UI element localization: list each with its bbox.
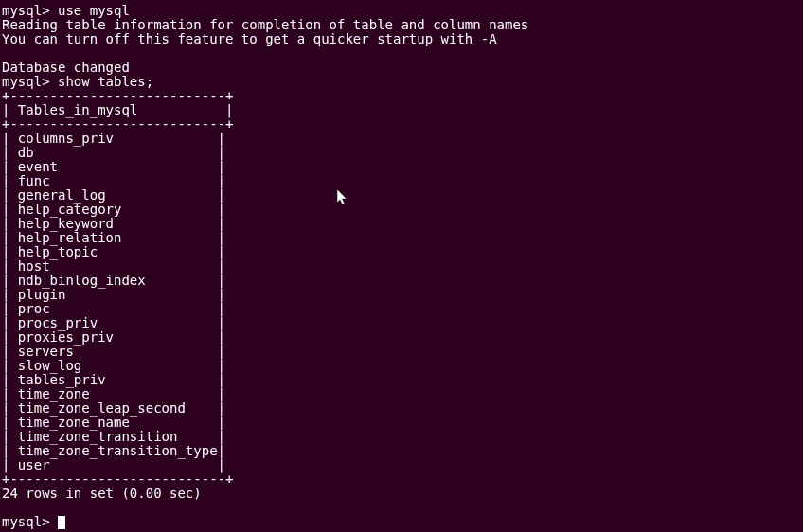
table-row: | help_relation | — [2, 231, 801, 245]
table-row: | help_keyword | — [2, 217, 801, 231]
table-row: | servers | — [2, 345, 801, 359]
table-row: | help_category | — [2, 203, 801, 217]
table-row: | host | — [2, 259, 801, 274]
blank-line — [2, 46, 801, 61]
table-border-mid: +---------------------------+ — [2, 117, 801, 132]
table-row: | event | — [2, 160, 801, 174]
table-row: | help_topic | — [2, 245, 801, 259]
terminal-output[interactable]: mysql> use mysql Reading table informati… — [2, 4, 801, 529]
table-row: | time_zone | — [2, 387, 801, 401]
table-row: | time_zone_transition | — [2, 430, 801, 444]
table-row: | proc | — [2, 302, 801, 316]
table-row: | time_zone_transition_type| — [2, 444, 801, 458]
blank-line — [2, 501, 801, 515]
table-row: | time_zone_leap_second | — [2, 401, 801, 416]
prompt-line-final[interactable]: mysql> — [2, 515, 801, 529]
table-border-bottom: +---------------------------+ — [2, 472, 801, 487]
table-row: | tables_priv | — [2, 373, 801, 387]
table-row: | db | — [2, 146, 801, 160]
table-row: | columns_priv | — [2, 132, 801, 146]
prompt-line-use: mysql> use mysql — [2, 4, 801, 18]
table-row: | procs_priv | — [2, 316, 801, 330]
table-row: | func | — [2, 174, 801, 188]
command-show-tables: show tables; — [58, 74, 153, 89]
table-header-row: | Tables_in_mysql | — [2, 103, 801, 117]
mysql-prompt: mysql> — [2, 3, 58, 18]
table-row: | general_log | — [2, 188, 801, 203]
cursor-block-icon — [58, 516, 65, 529]
table-header-label: Tables_in_mysql — [18, 102, 137, 117]
table-border-top: +---------------------------+ — [2, 89, 801, 103]
table-row: | proxies_priv | — [2, 330, 801, 345]
info-turnoff: You can turn off this feature to get a q… — [2, 32, 801, 46]
table-row: | user | — [2, 458, 801, 472]
database-changed: Database changed — [2, 61, 801, 75]
mysql-prompt: mysql> — [2, 74, 58, 89]
table-body: | columns_priv || db || event || func ||… — [2, 132, 801, 472]
result-summary: 24 rows in set (0.00 sec) — [2, 487, 801, 501]
table-row: | plugin | — [2, 288, 801, 302]
prompt-line-show: mysql> show tables; — [2, 75, 801, 89]
table-row: | time_zone_name | — [2, 416, 801, 430]
command-use-mysql: use mysql — [58, 3, 130, 18]
info-reading: Reading table information for completion… — [2, 18, 801, 32]
mysql-prompt: mysql> — [2, 514, 58, 529]
table-row: | ndb_binlog_index | — [2, 274, 801, 288]
table-row: | slow_log | — [2, 359, 801, 373]
